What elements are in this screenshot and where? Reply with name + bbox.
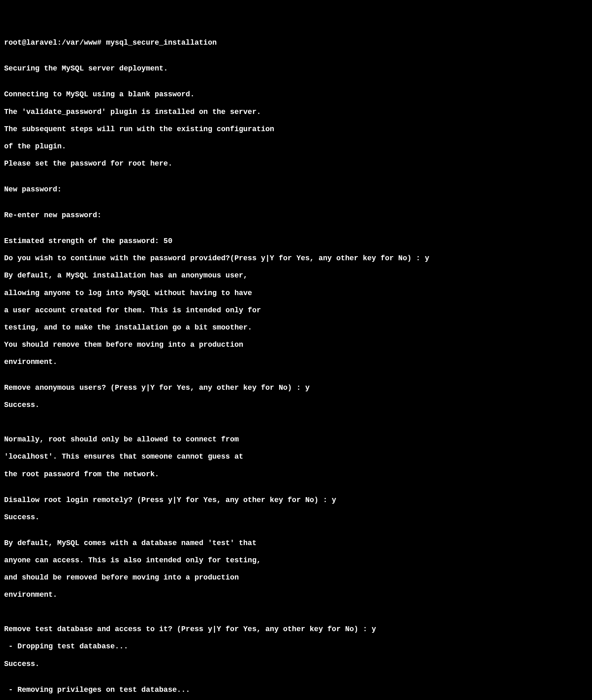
terminal-line: Remove anonymous users? (Press y|Y for Y… <box>4 384 588 392</box>
terminal-line: Remove test database and access to it? (… <box>4 625 588 634</box>
terminal-line: Securing the MySQL server deployment. <box>4 64 588 73</box>
terminal-line: The 'validate_password' plugin is instal… <box>4 108 588 116</box>
terminal-line: environment. <box>4 591 588 599</box>
terminal-line: environment. <box>4 358 588 366</box>
terminal-line: allowing anyone to log into MySQL withou… <box>4 289 588 298</box>
terminal-line: Connecting to MySQL using a blank passwo… <box>4 90 588 99</box>
terminal-line: By default, MySQL comes with a database … <box>4 539 588 548</box>
terminal-line: a user account created for them. This is… <box>4 306 588 315</box>
terminal-line: Please set the password for root here. <box>4 159 588 168</box>
terminal-line: Disallow root login remotely? (Press y|Y… <box>4 496 588 505</box>
terminal-line: of the plugin. <box>4 142 588 151</box>
terminal-line: By default, a MySQL installation has an … <box>4 271 588 280</box>
terminal-line: You should remove them before moving int… <box>4 341 588 349</box>
terminal-window[interactable]: root@laravel:/var/www# mysql_secure_inst… <box>4 39 588 700</box>
terminal-line: testing, and to make the installation go… <box>4 323 588 332</box>
terminal-line: Re-enter new password: <box>4 211 588 220</box>
terminal-line: anyone can access. This is also intended… <box>4 556 588 565</box>
terminal-line: The subsequent steps will run with the e… <box>4 125 588 134</box>
terminal-line: - Removing privileges on test database..… <box>4 686 588 694</box>
terminal-line: Success. <box>4 401 588 409</box>
terminal-line: - Dropping test database... <box>4 642 588 651</box>
terminal-line: Estimated strength of the password: 50 <box>4 237 588 245</box>
terminal-line: root@laravel:/var/www# mysql_secure_inst… <box>4 39 588 47</box>
terminal-line: the root password from the network. <box>4 470 588 479</box>
terminal-line: Success. <box>4 660 588 668</box>
terminal-line: Success. <box>4 513 588 522</box>
terminal-line: Normally, root should only be allowed to… <box>4 435 588 444</box>
terminal-line: 'localhost'. This ensures that someone c… <box>4 452 588 461</box>
terminal-line: and should be removed before moving into… <box>4 573 588 582</box>
terminal-line: Do you wish to continue with the passwor… <box>4 254 588 263</box>
terminal-line: New password: <box>4 185 588 194</box>
